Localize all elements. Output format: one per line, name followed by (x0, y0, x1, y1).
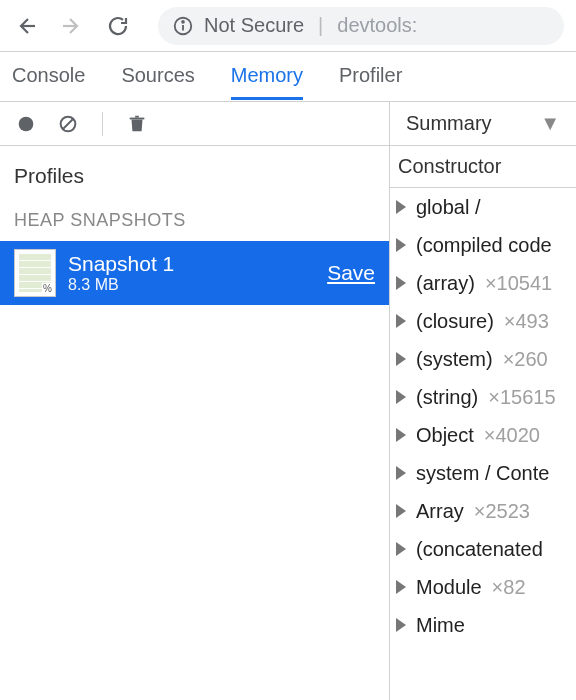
constructor-row[interactable]: system / Conte (390, 454, 576, 492)
record-button[interactable] (14, 112, 38, 136)
expand-triangle-icon[interactable] (396, 352, 406, 366)
expand-triangle-icon[interactable] (396, 466, 406, 480)
constructor-row[interactable]: global / (390, 188, 576, 226)
constructor-row[interactable]: (closure)×493 (390, 302, 576, 340)
security-status: Not Secure (204, 14, 304, 37)
constructor-row[interactable]: Module×82 (390, 568, 576, 606)
constructor-count: ×2523 (474, 500, 530, 523)
expand-triangle-icon[interactable] (396, 314, 406, 328)
clear-icon (57, 113, 79, 135)
devtools-tabs: Console Sources Memory Profiler (0, 52, 576, 102)
trash-icon (126, 113, 148, 135)
arrow-right-icon (60, 14, 84, 38)
constructor-row[interactable]: (compiled code (390, 226, 576, 264)
constructor-name: Object (416, 424, 474, 447)
tab-console[interactable]: Console (12, 54, 85, 100)
constructor-count: ×10541 (485, 272, 552, 295)
left-pane: Profiles HEAP SNAPSHOTS % Snapshot 1 8.3… (0, 102, 390, 700)
delete-button[interactable] (125, 112, 149, 136)
memory-toolbar (0, 102, 389, 146)
expand-triangle-icon[interactable] (396, 504, 406, 518)
svg-point-3 (19, 116, 34, 131)
constructor-count: ×15615 (488, 386, 555, 409)
expand-triangle-icon[interactable] (396, 542, 406, 556)
svg-line-5 (63, 118, 74, 129)
constructor-name: (array) (416, 272, 475, 295)
constructor-name: (compiled code (416, 234, 552, 257)
tab-sources[interactable]: Sources (121, 54, 194, 100)
expand-triangle-icon[interactable] (396, 200, 406, 214)
save-link[interactable]: Save (327, 261, 375, 285)
back-button[interactable] (12, 12, 40, 40)
constructor-name: Module (416, 576, 482, 599)
snapshot-title: Snapshot 1 (68, 252, 315, 276)
profiles-header: Profiles (0, 146, 389, 196)
arrow-left-icon (14, 14, 38, 38)
reload-button[interactable] (104, 12, 132, 40)
reload-icon (106, 14, 130, 38)
constructor-row[interactable]: Object×4020 (390, 416, 576, 454)
constructor-row[interactable]: (string)×15615 (390, 378, 576, 416)
forward-button[interactable] (58, 12, 86, 40)
constructor-row[interactable]: (array)×10541 (390, 264, 576, 302)
constructor-row[interactable]: Array×2523 (390, 492, 576, 530)
right-pane: Summary ▼ Constructor global /(compiled … (390, 102, 576, 700)
constructor-count: ×493 (504, 310, 549, 333)
info-icon (172, 15, 194, 37)
constructor-row[interactable]: Mime (390, 606, 576, 644)
constructor-name: (system) (416, 348, 493, 371)
expand-triangle-icon[interactable] (396, 238, 406, 252)
tab-memory[interactable]: Memory (231, 54, 303, 100)
constructor-row[interactable]: (system)×260 (390, 340, 576, 378)
snapshot-size: 8.3 MB (68, 276, 315, 294)
browser-toolbar: Not Secure | devtools: (0, 0, 576, 52)
expand-triangle-icon[interactable] (396, 580, 406, 594)
constructor-name: (concatenated (416, 538, 543, 561)
summary-dropdown[interactable]: Summary ▼ (390, 102, 576, 146)
constructor-name: Mime (416, 614, 465, 637)
url-text: devtools: (337, 14, 417, 37)
record-icon (15, 113, 37, 135)
constructor-name: system / Conte (416, 462, 549, 485)
constructor-count: ×82 (492, 576, 526, 599)
constructor-row[interactable]: (concatenated (390, 530, 576, 568)
expand-triangle-icon[interactable] (396, 276, 406, 290)
tab-profiler[interactable]: Profiler (339, 54, 402, 100)
url-separator: | (318, 14, 323, 37)
constructor-tree: global /(compiled code(array)×10541(clos… (390, 188, 576, 700)
memory-panel: Profiles HEAP SNAPSHOTS % Snapshot 1 8.3… (0, 102, 576, 700)
expand-triangle-icon[interactable] (396, 390, 406, 404)
heap-snapshots-section: HEAP SNAPSHOTS (0, 196, 389, 241)
constructor-count: ×4020 (484, 424, 540, 447)
toolbar-separator (102, 112, 103, 136)
summary-label: Summary (406, 112, 492, 135)
chevron-down-icon: ▼ (540, 112, 560, 135)
snapshot-item[interactable]: % Snapshot 1 8.3 MB Save (0, 241, 389, 305)
snapshot-file-icon: % (14, 249, 56, 297)
expand-triangle-icon[interactable] (396, 618, 406, 632)
svg-point-2 (182, 20, 184, 22)
constructor-name: (string) (416, 386, 478, 409)
constructor-name: (closure) (416, 310, 494, 333)
clear-button[interactable] (56, 112, 80, 136)
constructor-count: ×260 (503, 348, 548, 371)
url-bar[interactable]: Not Secure | devtools: (158, 7, 564, 45)
constructor-name: global / (416, 196, 481, 219)
constructor-header: Constructor (390, 146, 576, 188)
constructor-name: Array (416, 500, 464, 523)
snapshot-text: Snapshot 1 8.3 MB (68, 252, 315, 294)
expand-triangle-icon[interactable] (396, 428, 406, 442)
